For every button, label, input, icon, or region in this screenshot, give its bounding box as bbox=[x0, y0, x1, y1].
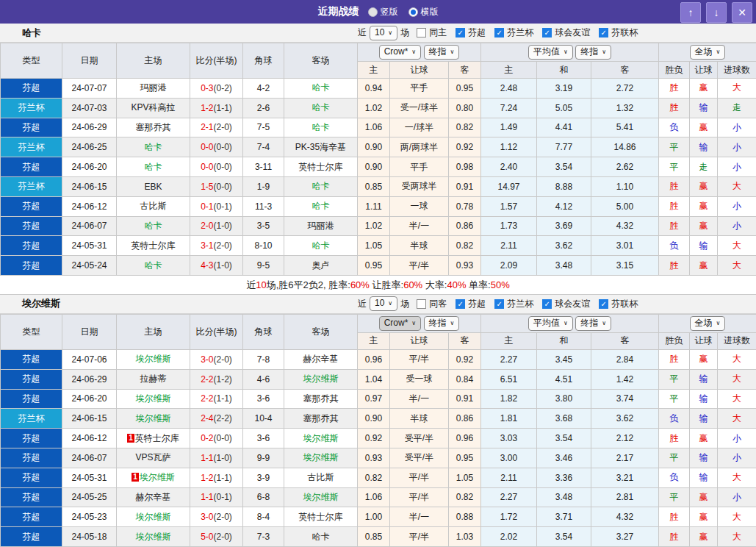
away-team-cell: 哈卡 bbox=[284, 118, 358, 137]
handicap-group-header: Crow*∨ 终指∨ bbox=[358, 314, 481, 332]
scope-select[interactable]: 全场∨ bbox=[690, 316, 726, 331]
corner-cell: 9-5 bbox=[243, 256, 284, 276]
home-team-cell: 1埃尔维斯 bbox=[117, 468, 190, 487]
handicap-line: 半/一 bbox=[390, 389, 449, 409]
league-checkbox-finland-super[interactable]: ✓ bbox=[456, 299, 465, 309]
avg-source-select[interactable]: 平均值∨ bbox=[528, 45, 573, 60]
league-checkbox-finland-cup[interactable]: ✓ bbox=[494, 28, 504, 37]
chevron-down-icon: ∨ bbox=[564, 46, 568, 57]
avg-away-odds: 4.32 bbox=[591, 507, 659, 527]
avg-draw-odds: 3.54 bbox=[537, 527, 591, 547]
result-handicap: 输 bbox=[690, 409, 718, 429]
handicap-away-odds: 0.86 bbox=[449, 409, 481, 429]
home-team-cell: VPS瓦萨 bbox=[117, 448, 190, 468]
handicap-line: 受一球 bbox=[390, 369, 449, 389]
result-goals: 走 bbox=[718, 98, 756, 118]
avg-away-odds: 3.27 bbox=[591, 527, 659, 547]
result-goals: 大 bbox=[718, 256, 756, 276]
odds-source-select[interactable]: Crow*∨ bbox=[379, 316, 422, 331]
match-row: 芬超24-05-24哈卡4-3(1-0)9-5奥卢0.95平/半0.932.09… bbox=[1, 256, 756, 276]
handicap-home-odds: 0.90 bbox=[358, 409, 390, 429]
handicap-home-odds: 1.11 bbox=[358, 196, 390, 216]
avg-home-odds: 3.03 bbox=[481, 429, 537, 448]
league-checkbox-finland-super[interactable]: ✓ bbox=[456, 28, 465, 37]
score-cell: 1-1(1-0) bbox=[190, 448, 243, 468]
average-group-header: 平均值∨ 终指∨ bbox=[481, 314, 659, 332]
league-label: 芬联杯 bbox=[611, 26, 638, 39]
league-checkbox-club-friendly[interactable]: ✓ bbox=[542, 28, 552, 37]
result-handicap: 赢 bbox=[690, 527, 718, 547]
col-type: 类型 bbox=[1, 314, 62, 349]
corner-cell: 2-6 bbox=[243, 98, 284, 118]
result-handicap: 赢 bbox=[690, 196, 718, 216]
same-venue-checkbox[interactable] bbox=[417, 28, 426, 37]
sub-col-handicap-line: 让球 bbox=[390, 332, 449, 349]
away-team-cell: 奥卢 bbox=[284, 256, 358, 276]
match-date: 24-06-20 bbox=[62, 157, 117, 177]
radio-vertical-dot[interactable] bbox=[368, 7, 378, 17]
handicap-home-odds: 0.85 bbox=[358, 176, 390, 196]
home-team-cell: 拉赫蒂 bbox=[117, 369, 190, 389]
result-handicap: 赢 bbox=[690, 118, 718, 137]
league-badge: 芬超 bbox=[1, 79, 62, 99]
radio-horizontal[interactable]: 横版 bbox=[408, 6, 439, 18]
avg-display-select[interactable]: 终指∨ bbox=[575, 45, 611, 60]
chevron-down-icon: ∨ bbox=[716, 46, 721, 57]
result-handicap: 输 bbox=[690, 369, 718, 389]
handicap-group-header: Crow*∨ 终指∨ bbox=[358, 43, 481, 62]
league-badge: 芬超 bbox=[1, 389, 62, 409]
match-row: 芬超24-06-07哈卡2-0(1-0)3-5玛丽港1.02半/一0.861.7… bbox=[1, 216, 756, 236]
score-cell: 3-1(2-0) bbox=[190, 236, 243, 256]
chevron-down-icon: ∨ bbox=[411, 46, 416, 57]
sub-col-result: 胜负 bbox=[659, 332, 690, 349]
corner-cell: 3-6 bbox=[243, 389, 284, 409]
radio-vertical[interactable]: 竖版 bbox=[368, 6, 398, 18]
odds-source-select[interactable]: Crow*∨ bbox=[379, 45, 422, 60]
odds-display-select[interactable]: 终指∨ bbox=[424, 45, 460, 60]
close-button[interactable]: ✕ bbox=[732, 2, 752, 23]
match-row: 芬超24-06-12古比斯0-1(0-1)11-3哈卡1.11一球0.781.5… bbox=[1, 196, 756, 216]
col-away: 客场 bbox=[284, 43, 358, 79]
radio-horizontal-dot[interactable] bbox=[408, 7, 418, 17]
league-badge: 芬超 bbox=[1, 118, 62, 137]
handicap-home-odds: 1.02 bbox=[358, 216, 390, 236]
avg-away-odds: 2.62 bbox=[591, 157, 659, 177]
result-goals: 大 bbox=[718, 507, 756, 527]
match-date: 24-06-20 bbox=[62, 389, 117, 409]
same-venue-checkbox[interactable] bbox=[417, 299, 426, 309]
same-venue-label: 同客 bbox=[429, 298, 447, 310]
avg-home-odds: 1.81 bbox=[481, 409, 537, 429]
result-outcome: 平 bbox=[659, 157, 690, 177]
handicap-away-odds: 0.92 bbox=[449, 137, 481, 157]
avg-source-select[interactable]: 平均值∨ bbox=[528, 316, 573, 331]
avg-away-odds: 2.17 bbox=[591, 448, 659, 468]
league-label: 芬兰杯 bbox=[507, 298, 533, 310]
match-count-select[interactable]: 10∨ bbox=[370, 296, 397, 311]
avg-display-select[interactable]: 终指∨ bbox=[575, 316, 611, 331]
score-cell: 0-0(0-0) bbox=[190, 157, 243, 177]
home-team-cell: 哈卡 bbox=[117, 137, 190, 157]
handicap-line: 两/两球半 bbox=[390, 137, 449, 157]
corner-cell: 1-9 bbox=[243, 176, 284, 196]
home-team-cell: 埃尔维斯 bbox=[117, 349, 190, 369]
handicap-line: 平/半 bbox=[390, 468, 449, 487]
league-checkbox-finland-league-cup[interactable]: ✓ bbox=[599, 299, 608, 309]
avg-away-odds: 3.21 bbox=[591, 468, 659, 487]
scope-select[interactable]: 全场∨ bbox=[690, 45, 726, 60]
match-row: 芬超24-05-311埃尔维斯1-2(1-1)3-9古比斯0.82平/半1.05… bbox=[1, 468, 756, 487]
league-checkbox-finland-cup[interactable]: ✓ bbox=[494, 299, 504, 309]
league-checkbox-club-friendly[interactable]: ✓ bbox=[542, 299, 552, 309]
league-badge: 芬超 bbox=[1, 236, 62, 256]
move-down-button[interactable]: ↓ bbox=[706, 2, 727, 23]
corner-cell: 3-5 bbox=[243, 216, 284, 236]
result-outcome: 负 bbox=[659, 236, 690, 256]
match-count-select[interactable]: 10∨ bbox=[370, 26, 397, 40]
result-outcome: 平 bbox=[659, 448, 690, 468]
move-up-button[interactable]: ↑ bbox=[680, 2, 701, 23]
match-row: 芬超24-05-18埃尔维斯5-0(2-0)7-3哈卡0.85平/半1.032.… bbox=[1, 527, 756, 547]
handicap-line: 半球 bbox=[390, 409, 449, 429]
league-checkbox-finland-league-cup[interactable]: ✓ bbox=[599, 28, 608, 37]
league-badge: 芬超 bbox=[1, 468, 62, 487]
odds-display-select[interactable]: 终指∨ bbox=[424, 316, 460, 331]
result-goals: 小 bbox=[718, 118, 756, 137]
